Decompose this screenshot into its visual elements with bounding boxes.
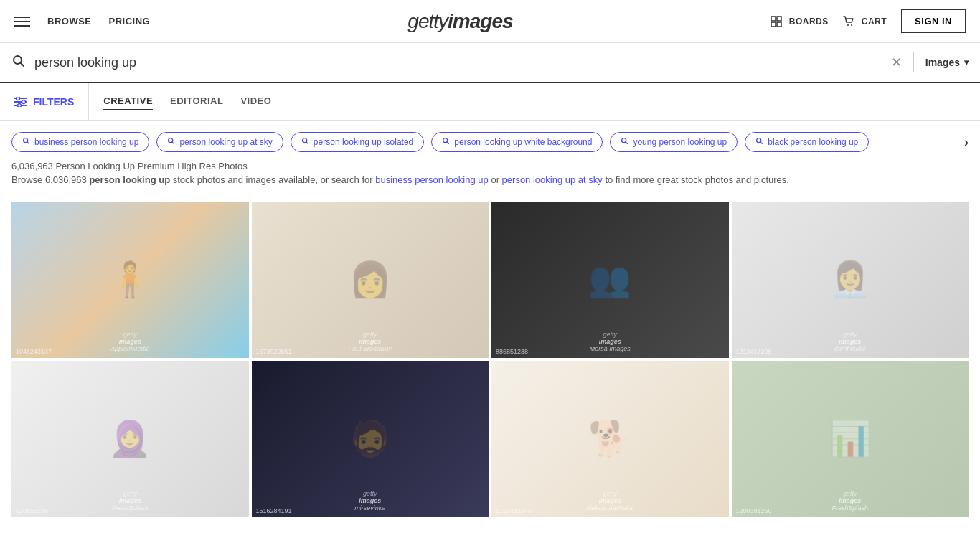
suggestion-pill-3[interactable]: person looking up white background bbox=[431, 132, 603, 152]
image-id-0: 1046243137 bbox=[16, 348, 52, 355]
suggestion-pill-4[interactable]: young person looking up bbox=[610, 132, 738, 152]
link-person-at-sky[interactable]: person looking up at sky bbox=[502, 174, 603, 185]
image-id-6: 1158415240 bbox=[496, 507, 532, 514]
image-cell-3[interactable]: 👩‍💼 gettyimages damircudic 1212417205 bbox=[732, 202, 969, 358]
search-pill-icon-4 bbox=[621, 137, 628, 147]
search-divider bbox=[913, 52, 914, 72]
logo-italic: gettyimages bbox=[407, 10, 512, 32]
image-id-3: 1212417205 bbox=[736, 348, 772, 355]
header-right: BOARDS CART SIGN IN bbox=[771, 9, 966, 33]
image-placeholder-2: 👥 bbox=[491, 202, 729, 358]
svg-rect-1 bbox=[777, 17, 781, 21]
image-grid: 🧍 gettyimages ApploniMedia 1046243137 👩 … bbox=[0, 193, 980, 517]
cart-icon bbox=[843, 16, 854, 27]
search-icon bbox=[11, 54, 26, 72]
results-description: Browse 6,036,963 person looking up stock… bbox=[11, 173, 969, 187]
svg-rect-3 bbox=[777, 22, 781, 27]
image-cell-7[interactable]: 📊 gettyimages FreshSplash 1200381250 bbox=[732, 361, 969, 517]
pricing-link[interactable]: PRICING bbox=[109, 16, 151, 27]
filter-tabs: CREATIVE EDITORIAL VIDEO bbox=[103, 93, 271, 110]
image-placeholder-3: 👩‍💼 bbox=[732, 202, 969, 358]
tab-creative[interactable]: CREATIVE bbox=[103, 93, 153, 110]
search-pill-icon-2 bbox=[301, 137, 309, 147]
image-placeholder-7: 📊 bbox=[732, 361, 969, 517]
logo[interactable]: gettyimages bbox=[407, 10, 512, 33]
results-section: 6,036,963 Person Looking Up Premium High… bbox=[0, 158, 980, 193]
results-count: 6,036,963 Person Looking Up Premium High… bbox=[11, 161, 969, 171]
image-placeholder-4: 🧕 bbox=[11, 361, 249, 517]
boards-icon bbox=[771, 16, 782, 27]
suggestion-pill-2[interactable]: person looking up isolated bbox=[291, 132, 424, 152]
link-business-person[interactable]: business person looking up bbox=[375, 174, 489, 185]
image-id-4: 1201552367 bbox=[16, 507, 52, 514]
image-id-5: 1516284191 bbox=[256, 507, 292, 514]
image-placeholder-0: 🧍 bbox=[11, 202, 249, 358]
hamburger-menu[interactable] bbox=[14, 17, 30, 27]
filters-button[interactable]: FILTERS bbox=[11, 83, 89, 120]
image-id-7: 1200381250 bbox=[736, 507, 772, 514]
header-left: BROWSE PRICING bbox=[14, 16, 150, 27]
image-cell-5[interactable]: 🧔 gettyimages mirsevinka 1516284191 bbox=[252, 361, 489, 517]
search-input[interactable] bbox=[34, 55, 891, 70]
clear-search-button[interactable]: ✕ bbox=[891, 55, 902, 70]
svg-point-11 bbox=[22, 100, 26, 103]
suggestions-bar: business person looking up person lookin… bbox=[0, 121, 980, 158]
svg-point-5 bbox=[851, 24, 852, 26]
boards-button[interactable]: BOARDS bbox=[771, 16, 829, 27]
chevron-down-icon: ▾ bbox=[964, 57, 969, 67]
tab-video[interactable]: VIDEO bbox=[240, 93, 271, 110]
header: BROWSE PRICING gettyimages BOARDS CART bbox=[0, 0, 980, 43]
image-cell-1[interactable]: 👩 gettyimages Paul Broadway 1573922851 bbox=[252, 202, 489, 358]
svg-point-10 bbox=[17, 97, 20, 100]
sign-in-button[interactable]: SIGN IN bbox=[901, 9, 966, 33]
tab-editorial[interactable]: EDITORIAL bbox=[170, 93, 223, 110]
filter-icon bbox=[14, 97, 27, 107]
image-cell-4[interactable]: 🧕 gettyimages FreshSplash 1201552367 bbox=[11, 361, 249, 517]
suggestion-pill-0[interactable]: business person looking up bbox=[11, 132, 149, 152]
cart-button[interactable]: CART bbox=[843, 16, 887, 27]
svg-rect-2 bbox=[771, 22, 776, 27]
search-type-selector[interactable]: Images ▾ bbox=[925, 57, 969, 68]
search-pill-icon-0 bbox=[22, 137, 30, 147]
svg-point-12 bbox=[18, 103, 22, 107]
search-pill-icon-5 bbox=[755, 137, 763, 147]
search-bar: ✕ Images ▾ bbox=[0, 43, 980, 83]
image-cell-0[interactable]: 🧍 gettyimages ApploniMedia 1046243137 bbox=[11, 202, 249, 358]
suggestion-pill-1[interactable]: person looking up at sky bbox=[156, 132, 283, 152]
svg-rect-0 bbox=[771, 17, 776, 21]
filters-bar: FILTERS CREATIVE EDITORIAL VIDEO bbox=[0, 83, 980, 121]
search-pill-icon-3 bbox=[442, 137, 450, 147]
image-placeholder-5: 🧔 bbox=[252, 361, 489, 517]
image-id-2: 886851238 bbox=[496, 348, 528, 355]
image-cell-6[interactable]: 🐕 gettyimages AleksandarNakic 1158415240 bbox=[491, 361, 729, 517]
search-pill-icon-1 bbox=[167, 137, 175, 147]
browse-link[interactable]: BROWSE bbox=[47, 16, 92, 27]
image-placeholder-6: 🐕 bbox=[491, 361, 729, 517]
svg-point-4 bbox=[847, 24, 849, 26]
image-cell-2[interactable]: 👥 gettyimages Morsa Images 886851238 bbox=[491, 202, 729, 358]
image-id-1: 1573922851 bbox=[256, 348, 292, 355]
image-placeholder-1: 👩 bbox=[252, 202, 489, 358]
suggestions-next-button[interactable]: › bbox=[964, 135, 969, 150]
suggestion-pill-5[interactable]: black person looking up bbox=[745, 132, 869, 152]
